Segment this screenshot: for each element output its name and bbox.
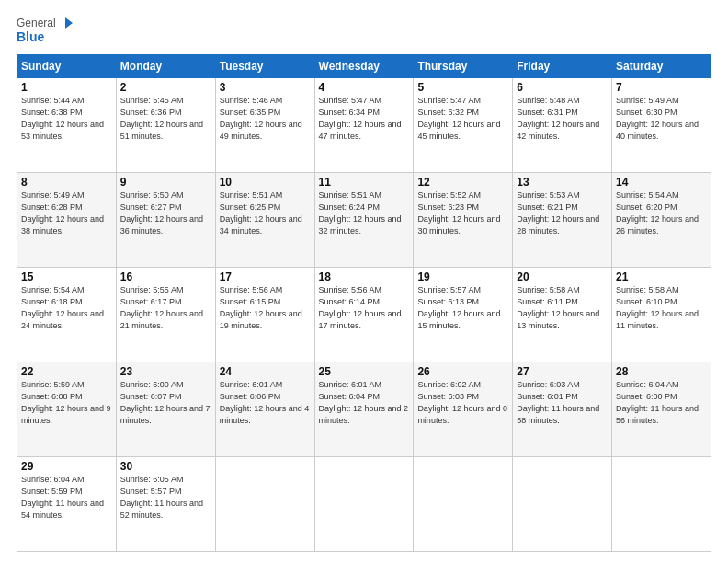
- day-info: Sunrise: 6:04 AMSunset: 5:59 PMDaylight:…: [21, 474, 112, 522]
- day-info: Sunrise: 5:56 AMSunset: 6:14 PMDaylight:…: [319, 284, 410, 332]
- calendar-row-3: 15Sunrise: 5:54 AMSunset: 6:18 PMDayligh…: [17, 268, 711, 362]
- day-cell-23: 23Sunrise: 6:00 AMSunset: 6:07 PMDayligh…: [116, 362, 215, 457]
- day-number: 23: [120, 365, 211, 378]
- day-info: Sunrise: 5:49 AMSunset: 6:30 PMDaylight:…: [616, 95, 707, 143]
- day-info: Sunrise: 5:47 AMSunset: 6:32 PMDaylight:…: [417, 95, 508, 143]
- day-number: 15: [21, 270, 112, 283]
- day-cell-26: 26Sunrise: 6:02 AMSunset: 6:03 PMDayligh…: [414, 362, 513, 457]
- day-info: Sunrise: 5:57 AMSunset: 6:13 PMDaylight:…: [417, 284, 508, 332]
- day-number: 30: [120, 460, 211, 473]
- header-sunday: Sunday: [17, 55, 117, 78]
- day-cell-1: 1Sunrise: 5:44 AMSunset: 6:38 PMDaylight…: [17, 78, 117, 173]
- day-cell-16: 16Sunrise: 5:55 AMSunset: 6:17 PMDayligh…: [116, 268, 215, 362]
- header: General Blue: [17, 17, 711, 45]
- calendar-row-5: 29Sunrise: 6:04 AMSunset: 5:59 PMDayligh…: [17, 457, 711, 552]
- day-cell-22: 22Sunrise: 5:59 AMSunset: 6:08 PMDayligh…: [17, 362, 117, 457]
- day-number: 16: [120, 270, 211, 283]
- day-number: 29: [21, 460, 112, 473]
- day-cell-24: 24Sunrise: 6:01 AMSunset: 6:06 PMDayligh…: [215, 362, 314, 457]
- day-cell-17: 17Sunrise: 5:56 AMSunset: 6:15 PMDayligh…: [215, 268, 314, 362]
- day-number: 4: [319, 81, 410, 94]
- header-friday: Friday: [513, 55, 612, 78]
- header-monday: Monday: [116, 55, 215, 78]
- day-info: Sunrise: 6:03 AMSunset: 6:01 PMDaylight:…: [517, 379, 608, 427]
- day-cell-4: 4Sunrise: 5:47 AMSunset: 6:34 PMDaylight…: [314, 78, 414, 173]
- logo-blue-text: Blue: [17, 29, 73, 45]
- day-info: Sunrise: 5:59 AMSunset: 6:08 PMDaylight:…: [21, 379, 112, 427]
- logo: General Blue: [17, 17, 73, 45]
- day-number: 20: [517, 270, 608, 283]
- day-info: Sunrise: 5:55 AMSunset: 6:17 PMDaylight:…: [120, 284, 211, 332]
- day-info: Sunrise: 5:52 AMSunset: 6:23 PMDaylight:…: [417, 190, 508, 237]
- day-cell-5: 5Sunrise: 5:47 AMSunset: 6:32 PMDaylight…: [414, 78, 513, 173]
- day-info: Sunrise: 6:00 AMSunset: 6:07 PMDaylight:…: [120, 379, 211, 427]
- day-info: Sunrise: 5:45 AMSunset: 6:36 PMDaylight:…: [120, 95, 211, 143]
- day-cell-7: 7Sunrise: 5:49 AMSunset: 6:30 PMDaylight…: [612, 78, 711, 173]
- day-cell-14: 14Sunrise: 5:54 AMSunset: 6:20 PMDayligh…: [612, 173, 711, 268]
- day-info: Sunrise: 5:54 AMSunset: 6:20 PMDaylight:…: [616, 190, 707, 237]
- day-info: Sunrise: 6:01 AMSunset: 6:04 PMDaylight:…: [319, 379, 410, 427]
- header-tuesday: Tuesday: [215, 55, 314, 78]
- day-cell-2: 2Sunrise: 5:45 AMSunset: 6:36 PMDaylight…: [116, 78, 215, 173]
- day-cell-9: 9Sunrise: 5:50 AMSunset: 6:27 PMDaylight…: [116, 173, 215, 268]
- day-info: Sunrise: 5:58 AMSunset: 6:10 PMDaylight:…: [616, 284, 707, 332]
- day-cell-8: 8Sunrise: 5:49 AMSunset: 6:28 PMDaylight…: [17, 173, 117, 268]
- day-number: 27: [517, 365, 608, 378]
- day-cell-27: 27Sunrise: 6:03 AMSunset: 6:01 PMDayligh…: [513, 362, 612, 457]
- day-cell-empty: [513, 457, 612, 552]
- day-info: Sunrise: 5:47 AMSunset: 6:34 PMDaylight:…: [319, 95, 410, 143]
- day-cell-6: 6Sunrise: 5:48 AMSunset: 6:31 PMDaylight…: [513, 78, 612, 173]
- day-number: 22: [21, 365, 112, 378]
- logo-arrow-icon: [58, 17, 73, 29]
- day-number: 10: [220, 176, 311, 189]
- page: General Blue Sunday Monday Tuesday Wedne…: [0, 0, 728, 563]
- svg-marker-0: [65, 17, 73, 29]
- day-info: Sunrise: 6:04 AMSunset: 6:00 PMDaylight:…: [616, 379, 707, 427]
- day-info: Sunrise: 5:46 AMSunset: 6:35 PMDaylight:…: [220, 95, 311, 143]
- day-cell-empty: [314, 457, 414, 552]
- day-number: 28: [616, 365, 707, 378]
- day-cell-empty: [215, 457, 314, 552]
- calendar-row-1: 1Sunrise: 5:44 AMSunset: 6:38 PMDaylight…: [17, 78, 711, 173]
- day-number: 2: [120, 81, 211, 94]
- day-number: 24: [220, 365, 311, 378]
- day-number: 8: [21, 176, 112, 189]
- calendar-row-2: 8Sunrise: 5:49 AMSunset: 6:28 PMDaylight…: [17, 173, 711, 268]
- day-info: Sunrise: 5:58 AMSunset: 6:11 PMDaylight:…: [517, 284, 608, 332]
- day-cell-18: 18Sunrise: 5:56 AMSunset: 6:14 PMDayligh…: [314, 268, 414, 362]
- day-info: Sunrise: 6:01 AMSunset: 6:06 PMDaylight:…: [220, 379, 311, 427]
- day-number: 18: [319, 270, 410, 283]
- day-cell-empty: [414, 457, 513, 552]
- day-number: 21: [616, 270, 707, 283]
- day-cell-12: 12Sunrise: 5:52 AMSunset: 6:23 PMDayligh…: [414, 173, 513, 268]
- day-number: 3: [220, 81, 311, 94]
- day-info: Sunrise: 5:44 AMSunset: 6:38 PMDaylight:…: [21, 95, 112, 143]
- day-info: Sunrise: 5:48 AMSunset: 6:31 PMDaylight:…: [517, 95, 608, 143]
- weekday-header-row: Sunday Monday Tuesday Wednesday Thursday…: [17, 55, 711, 78]
- logo-general-text: General: [17, 17, 56, 29]
- day-cell-11: 11Sunrise: 5:51 AMSunset: 6:24 PMDayligh…: [314, 173, 414, 268]
- day-cell-3: 3Sunrise: 5:46 AMSunset: 6:35 PMDaylight…: [215, 78, 314, 173]
- day-number: 14: [616, 176, 707, 189]
- day-number: 11: [319, 176, 410, 189]
- day-info: Sunrise: 5:53 AMSunset: 6:21 PMDaylight:…: [517, 190, 608, 237]
- day-cell-15: 15Sunrise: 5:54 AMSunset: 6:18 PMDayligh…: [17, 268, 117, 362]
- day-number: 19: [417, 270, 508, 283]
- day-info: Sunrise: 5:51 AMSunset: 6:25 PMDaylight:…: [220, 190, 311, 237]
- day-cell-19: 19Sunrise: 5:57 AMSunset: 6:13 PMDayligh…: [414, 268, 513, 362]
- day-cell-21: 21Sunrise: 5:58 AMSunset: 6:10 PMDayligh…: [612, 268, 711, 362]
- day-info: Sunrise: 5:56 AMSunset: 6:15 PMDaylight:…: [220, 284, 311, 332]
- calendar-table: Sunday Monday Tuesday Wednesday Thursday…: [17, 54, 711, 552]
- day-cell-empty: [612, 457, 711, 552]
- day-number: 7: [616, 81, 707, 94]
- header-saturday: Saturday: [612, 55, 711, 78]
- day-info: Sunrise: 5:49 AMSunset: 6:28 PMDaylight:…: [21, 190, 112, 237]
- day-cell-29: 29Sunrise: 6:04 AMSunset: 5:59 PMDayligh…: [17, 457, 117, 552]
- day-number: 5: [417, 81, 508, 94]
- day-info: Sunrise: 5:51 AMSunset: 6:24 PMDaylight:…: [319, 190, 410, 237]
- day-info: Sunrise: 6:05 AMSunset: 5:57 PMDaylight:…: [120, 474, 211, 522]
- calendar-row-4: 22Sunrise: 5:59 AMSunset: 6:08 PMDayligh…: [17, 362, 711, 457]
- day-number: 26: [417, 365, 508, 378]
- day-info: Sunrise: 6:02 AMSunset: 6:03 PMDaylight:…: [417, 379, 508, 427]
- day-number: 9: [120, 176, 211, 189]
